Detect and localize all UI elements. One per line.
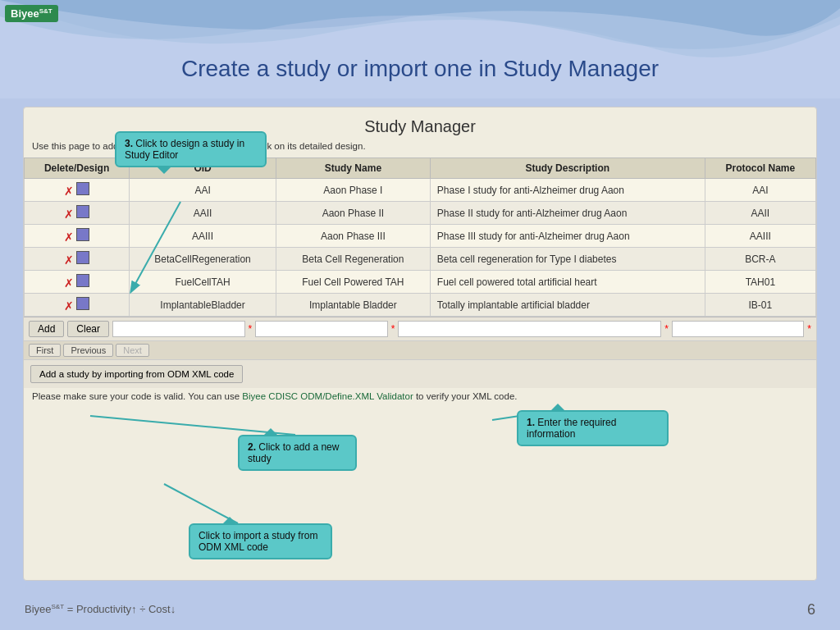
cell-study-desc: Totally implantable artificial bladder <box>430 294 705 317</box>
desc-required: * <box>664 323 669 335</box>
delete-icon[interactable]: ✗ <box>64 276 74 290</box>
design-icon[interactable] <box>76 251 89 264</box>
add-row: Add Clear * * * * <box>24 317 816 340</box>
table-row: ✗ AAIII Aaon Phase III Phase III study f… <box>25 225 816 248</box>
footer-page-number: 6 <box>807 601 815 619</box>
cell-oid: ImplantableBladder <box>130 294 276 317</box>
footer-brand: Biyee <box>25 604 52 616</box>
oid-required: * <box>249 323 253 335</box>
cell-study-name: Aaon Phase III <box>276 225 430 248</box>
page-title: Create a study or import one in Study Ma… <box>0 56 840 82</box>
callout-1-number: 3. <box>125 138 133 149</box>
delete-icon[interactable]: ✗ <box>64 208 74 221</box>
cell-study-name: Beta Cell Regeneration <box>276 248 430 271</box>
cell-study-desc: Phase I study for anti-Alzheimer drug Aa… <box>430 179 705 202</box>
design-icon[interactable] <box>76 274 89 287</box>
design-icon[interactable] <box>76 182 89 195</box>
cell-oid: BetaCellRegeneration <box>130 248 276 271</box>
cell-study-name: Aaon Phase I <box>276 179 430 202</box>
col-study-name: Study Name <box>276 158 430 179</box>
table-row: ✗ BetaCellRegeneration Beta Cell Regener… <box>25 248 816 271</box>
cell-protocol: IB-01 <box>705 294 815 317</box>
callout-1-text: Click to design a study in Study Editor <box>125 138 244 161</box>
cell-study-name: Fuel Cell Powered TAH <box>276 271 430 294</box>
callout-2-number: 2. <box>248 441 256 453</box>
cell-study-name: Implantable Bladder <box>276 294 430 317</box>
cell-actions: ✗ <box>25 225 130 248</box>
first-button[interactable]: First <box>29 344 61 357</box>
validator-link[interactable]: Biyee CDISC ODM/Define.XML Validator <box>242 391 413 401</box>
cell-oid: FuelCellTAH <box>130 271 276 294</box>
footer-formula: BiyeeS&T = Productivity↑ ÷ Cost↓ <box>25 603 176 615</box>
cell-protocol: AAII <box>705 202 815 225</box>
clear-button[interactable]: Clear <box>67 321 109 337</box>
cell-actions: ✗ <box>25 179 130 202</box>
footer-superscript: S&T <box>52 603 65 610</box>
study-name-input[interactable] <box>255 321 387 337</box>
callout-2-text: Click to add a new study <box>248 441 339 464</box>
cell-oid: AAIII <box>130 225 276 248</box>
cell-oid: AAII <box>130 202 276 225</box>
footer-formula-text: = Productivity↑ ÷ Cost↓ <box>64 604 176 616</box>
name-required: * <box>391 323 395 335</box>
add-button[interactable]: Add <box>29 321 64 337</box>
callout-add-study: 2. Click to add a new study <box>238 435 357 471</box>
callout-design-study: 3. Click to design a study in Study Edit… <box>115 131 267 167</box>
validity-prefix: Please make sure your code is valid. You… <box>32 391 242 401</box>
table-row: ✗ ImplantableBladder Implantable Bladder… <box>25 294 816 317</box>
cell-protocol: AAIII <box>705 225 815 248</box>
study-table: Delete/Design OID Study Name Study Descr… <box>24 158 816 317</box>
nav-row: First Previous Next <box>24 340 816 359</box>
cell-study-desc: Phase III study for anti-Alzheimer drug … <box>430 225 705 248</box>
validity-notice: Please make sure your code is valid. You… <box>24 388 816 406</box>
previous-button[interactable]: Previous <box>63 344 113 357</box>
delete-icon[interactable]: ✗ <box>64 299 74 313</box>
footer: BiyeeS&T = Productivity↑ ÷ Cost↓ 6 <box>0 589 840 630</box>
next-button[interactable]: Next <box>116 344 149 357</box>
table-row: ✗ FuelCellTAH Fuel Cell Powered TAH Fuel… <box>25 271 816 294</box>
import-row: Add a study by importing from ODM XML co… <box>24 359 816 388</box>
callout-3-text: Enter the required information <box>527 417 616 440</box>
design-icon[interactable] <box>76 205 89 218</box>
table-row: ✗ AAII Aaon Phase II Phase II study for … <box>25 202 816 225</box>
delete-icon[interactable]: ✗ <box>64 231 74 244</box>
protocol-input[interactable] <box>672 321 804 337</box>
design-icon[interactable] <box>76 228 89 241</box>
validity-suffix: to verify your XML code. <box>413 391 518 401</box>
design-icon[interactable] <box>76 297 89 310</box>
delete-icon[interactable]: ✗ <box>64 185 74 198</box>
background-waves <box>0 0 840 98</box>
cell-actions: ✗ <box>25 271 130 294</box>
logo-text: Biyee <box>11 7 39 20</box>
cell-study-desc: Fuel cell powered total artificial heart <box>430 271 705 294</box>
study-manager-panel: Study Manager Use this page to add, dele… <box>23 107 817 581</box>
logo: BiyeeS&T <box>5 5 58 22</box>
cell-protocol: TAH01 <box>705 271 815 294</box>
cell-oid: AAI <box>130 179 276 202</box>
logo-superscript: S&T <box>39 7 52 15</box>
callout-required-info: 1. Enter the required information <box>517 410 669 446</box>
cell-protocol: AAI <box>705 179 815 202</box>
protocol-required: * <box>807 323 811 335</box>
cell-protocol: BCR-A <box>705 248 815 271</box>
oid-input[interactable] <box>112 321 244 337</box>
table-row: ✗ AAI Aaon Phase I Phase I study for ant… <box>25 179 816 202</box>
col-protocol: Protocol Name <box>705 158 815 179</box>
cell-study-name: Aaon Phase II <box>276 202 430 225</box>
callout-3-number: 1. <box>527 417 535 428</box>
col-study-desc: Study Description <box>430 158 705 179</box>
cell-study-desc: Phase II study for anti-Alzheimer drug A… <box>430 202 705 225</box>
cell-actions: ✗ <box>25 248 130 271</box>
col-delete-design: Delete/Design <box>25 158 130 179</box>
callout-import: Click to import a study from ODM XML cod… <box>189 523 332 559</box>
import-button[interactable]: Add a study by importing from ODM XML co… <box>30 365 243 383</box>
callout-4-text: Click to import a study from ODM XML cod… <box>199 530 317 553</box>
cell-actions: ✗ <box>25 202 130 225</box>
cell-actions: ✗ <box>25 294 130 317</box>
delete-icon[interactable]: ✗ <box>64 253 74 267</box>
study-desc-input[interactable] <box>398 321 661 337</box>
cell-study-desc: Beta cell regeneration for Type I diabet… <box>430 248 705 271</box>
